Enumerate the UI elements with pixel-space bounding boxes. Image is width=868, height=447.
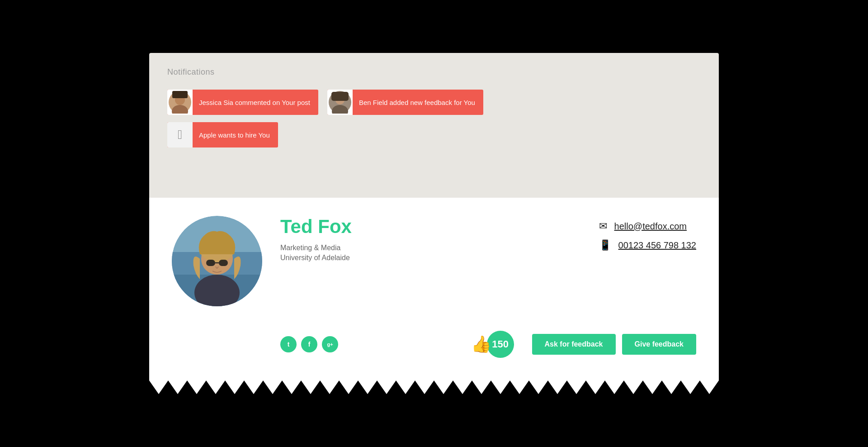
- profile-info: Ted Fox Marketing & Media University of …: [280, 216, 581, 262]
- profile-phone: 00123 456 798 132: [618, 240, 696, 251]
- notification-apple[interactable]:  Apple wants to hire You: [167, 122, 278, 147]
- profile-panel: Ted Fox Marketing & Media University of …: [149, 198, 719, 380]
- ask-feedback-button[interactable]: Ask for feedback: [532, 334, 616, 355]
- notifications-row-1: Jessica Sia commented on Your post Ben F…: [167, 90, 701, 115]
- ben-notification-text: Ben Field added new feedback for You: [359, 99, 475, 106]
- phone-icon: 📱: [599, 239, 611, 251]
- bottom-bar: t f g+ 👍 150 Ask for feedback: [172, 326, 696, 358]
- profile-email: hello@tedfox.com: [614, 221, 687, 232]
- email-icon: ✉: [599, 220, 607, 232]
- svg-rect-15: [219, 260, 228, 266]
- facebook-icon[interactable]: f: [301, 336, 317, 352]
- svg-rect-7: [331, 92, 349, 101]
- ben-avatar-svg: [329, 91, 351, 114]
- svg-rect-14: [206, 260, 215, 266]
- main-wrapper: Notifications Jessica Sia commented on Y…: [149, 35, 719, 412]
- contact-phone-row: 📱 00123 456 798 132: [599, 239, 696, 251]
- profile-name: Ted Fox: [280, 216, 581, 238]
- notification-jessica[interactable]: Jessica Sia commented on Your post: [167, 90, 318, 115]
- svg-rect-3: [172, 91, 188, 98]
- profile-role: Marketing & Media: [280, 242, 581, 254]
- contact-email-row: ✉ hello@tedfox.com: [599, 220, 696, 232]
- like-section: 👍 150: [471, 331, 514, 358]
- profile-university: University of Adelaide: [280, 254, 581, 262]
- zigzag-edge: [149, 380, 719, 394]
- thumbs-up-icon: 👍: [471, 335, 491, 354]
- give-feedback-button[interactable]: Give feedback: [622, 334, 697, 355]
- apple-avatar-wrap: : [167, 122, 193, 147]
- jessica-avatar-wrap: [167, 90, 193, 115]
- notification-ben[interactable]: Ben Field added new feedback for You: [327, 90, 483, 115]
- notifications-panel: Notifications Jessica Sia commented on Y…: [149, 53, 719, 198]
- profile-contact: ✉ hello@tedfox.com 📱 00123 456 798 132: [599, 216, 696, 251]
- profile-content: Ted Fox Marketing & Media University of …: [172, 216, 696, 308]
- apple-logo-icon: : [178, 128, 182, 141]
- profile-panel-wrapper: Ted Fox Marketing & Media University of …: [149, 198, 719, 394]
- social-icons: t f g+: [280, 336, 338, 352]
- profile-avatar-wrap: [172, 216, 262, 308]
- ben-avatar-wrap: [327, 90, 353, 115]
- twitter-icon[interactable]: t: [280, 336, 297, 352]
- jessica-notification-text: Jessica Sia commented on Your post: [199, 99, 310, 106]
- jessica-avatar-svg: [169, 91, 191, 114]
- action-buttons: Ask for feedback Give feedback: [532, 334, 696, 355]
- notifications-title: Notifications: [167, 67, 701, 77]
- googleplus-icon[interactable]: g+: [322, 336, 338, 352]
- notifications-row-2:  Apple wants to hire You: [167, 122, 701, 147]
- profile-avatar: [172, 216, 262, 306]
- apple-notification-text: Apple wants to hire You: [199, 131, 270, 139]
